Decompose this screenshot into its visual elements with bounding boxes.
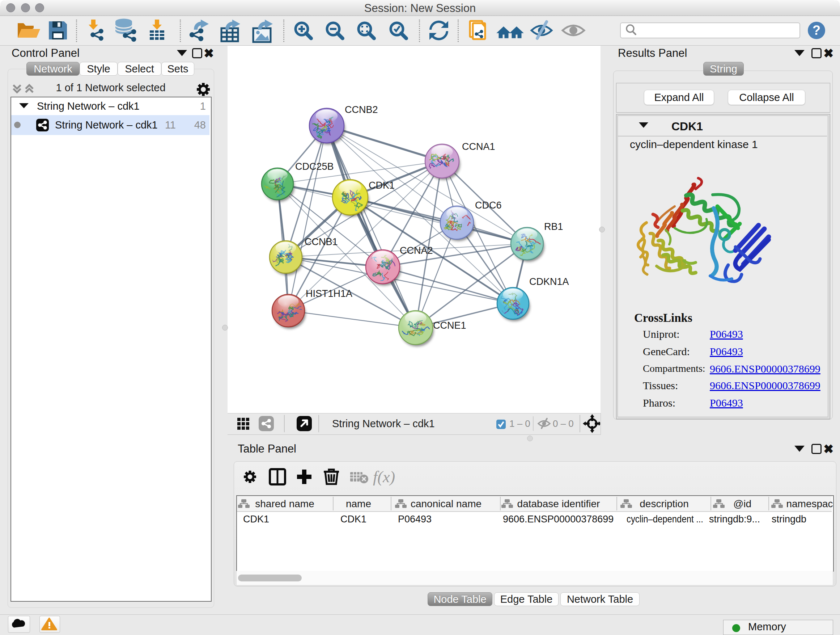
svg-text:CDK1: CDK1 bbox=[340, 514, 366, 524]
svg-text:name: name bbox=[346, 498, 371, 509]
svg-text:canonical name: canonical name bbox=[411, 498, 482, 509]
svg-text:namespac: namespac bbox=[786, 498, 833, 509]
svg-text:shared name: shared name bbox=[255, 498, 314, 509]
svg-text:@id: @id bbox=[733, 498, 752, 509]
svg-text:9606.ENSP00000378699: 9606.ENSP00000378699 bbox=[503, 514, 614, 524]
svg-text:database identifier: database identifier bbox=[517, 498, 600, 509]
svg-text:stringdb: stringdb bbox=[772, 514, 806, 524]
svg-text:cyclin–dependent ...: cyclin–dependent ... bbox=[627, 514, 703, 524]
svg-text:P06493: P06493 bbox=[398, 514, 431, 524]
svg-text:description: description bbox=[639, 498, 688, 509]
svg-text:CDK1: CDK1 bbox=[243, 514, 269, 524]
svg-text:stringdb:9...: stringdb:9... bbox=[709, 514, 760, 524]
